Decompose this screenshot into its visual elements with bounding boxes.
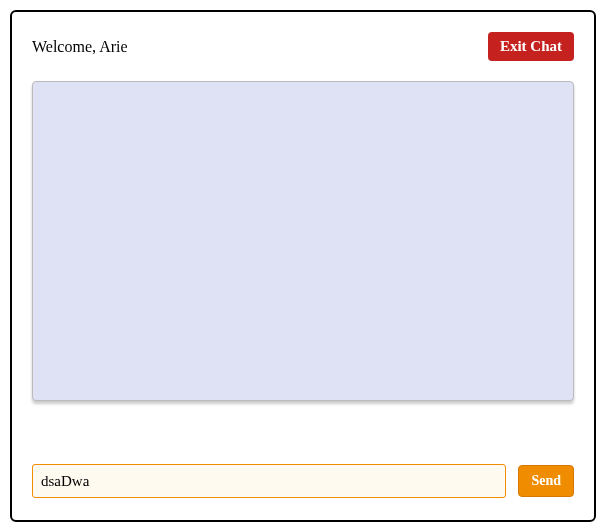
header: Welcome, Arie Exit Chat — [32, 32, 574, 61]
send-button[interactable]: Send — [518, 465, 574, 497]
exit-chat-button[interactable]: Exit Chat — [488, 32, 574, 61]
chat-container: Welcome, Arie Exit Chat Send — [10, 10, 596, 522]
welcome-text: Welcome, Arie — [32, 38, 128, 56]
input-row: Send — [32, 464, 574, 498]
message-input[interactable] — [32, 464, 506, 498]
chat-display-area — [32, 81, 574, 401]
